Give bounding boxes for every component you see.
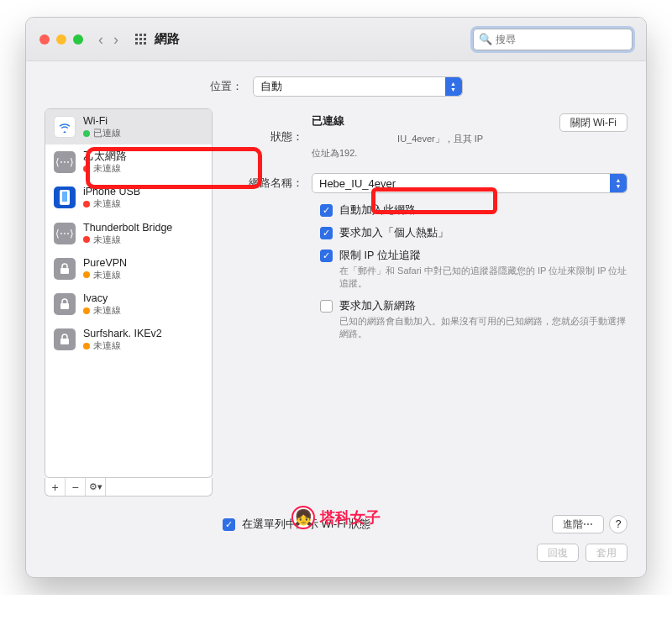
forward-button[interactable]: › <box>113 32 118 47</box>
wifi-icon <box>54 116 76 138</box>
location-value: 自動 <box>260 79 282 94</box>
remove-service-button[interactable]: − <box>66 478 86 496</box>
ask-new-desc: 已知的網路會自動加入。如果沒有可用的已知網路，您就必須手動選擇網路。 <box>339 315 627 341</box>
network-name-value: Hebe_IU_4ever <box>319 177 396 190</box>
iphone-icon <box>54 187 76 208</box>
svg-rect-2 <box>60 339 69 344</box>
ask-new-checkbox[interactable] <box>320 300 333 313</box>
service-status: 未連線 <box>93 234 121 245</box>
ip-address-text: 位址為192. <box>312 148 357 158</box>
back-button[interactable]: ‹ <box>98 32 103 47</box>
service-name: PureVPN <box>83 257 127 270</box>
revert-button[interactable]: 回復 <box>537 544 579 562</box>
lock-icon <box>54 258 76 280</box>
network-name-select[interactable]: Hebe_IU_4ever ▲▼ <box>312 173 627 193</box>
help-button[interactable]: ? <box>609 515 627 533</box>
status-dot-icon <box>83 343 90 349</box>
sidebar: Wi-Fi 已連線 ⟨⋯⟩ 乙太網路 未連線 iPhone USB 未連線 <box>45 108 213 497</box>
show-all-icon[interactable] <box>135 34 146 45</box>
list-footer: + − ⚙︎▾ <box>45 478 213 497</box>
service-name: Wi-Fi <box>83 115 121 128</box>
lock-icon <box>54 328 76 350</box>
autojoin-label: 自動加入此網路 <box>339 203 627 218</box>
svg-rect-0 <box>60 268 69 274</box>
service-status: 未連線 <box>93 305 121 316</box>
location-label: 位置： <box>210 79 243 94</box>
ask-hotspot-checkbox[interactable]: ✓ <box>320 227 333 239</box>
window-controls <box>39 34 83 45</box>
service-status: 未連線 <box>93 163 121 174</box>
zoom-window-button[interactable] <box>73 34 83 45</box>
minimize-window-button[interactable] <box>56 34 66 45</box>
status-dot-icon <box>83 271 90 278</box>
status-label: 狀態： <box>228 129 312 144</box>
autojoin-checkbox[interactable]: ✓ <box>320 204 333 217</box>
status-desc: Wi-Fi已連接「Hebe_IU_4ever」，且其 IP 位址為192. <box>312 132 559 160</box>
watermark-text: 塔科女子 <box>320 507 381 528</box>
sidebar-item-iphone-usb[interactable]: iPhone USB 未連線 <box>45 180 212 215</box>
add-service-button[interactable]: + <box>45 478 66 496</box>
service-name: Surfshark. IKEv2 <box>83 328 162 340</box>
titlebar: ‹ › 網路 🔍 <box>26 18 646 61</box>
limit-ip-label: 限制 IP 位址追蹤 <box>339 249 627 263</box>
status-dot-icon <box>83 201 90 208</box>
advanced-button[interactable]: 進階⋯ <box>552 515 604 533</box>
svg-rect-1 <box>60 303 69 309</box>
apply-row: 回復 套用 <box>26 539 646 577</box>
status-dot-icon <box>83 236 90 243</box>
search-field[interactable]: 🔍 <box>473 29 633 50</box>
search-input[interactable] <box>496 34 627 45</box>
lock-icon <box>54 293 76 315</box>
service-name: Ivacy <box>83 292 121 305</box>
status-dot-icon <box>83 130 90 137</box>
watermark: 👧 塔科女子 <box>291 506 381 529</box>
location-row: 位置： 自動 ▲▼ <box>26 61 646 108</box>
location-select[interactable]: 自動 ▲▼ <box>253 76 463 97</box>
sidebar-item-ivacy[interactable]: Ivacy 未連線 <box>45 286 212 322</box>
service-list: Wi-Fi 已連線 ⟨⋯⟩ 乙太網路 未連線 iPhone USB 未連線 <box>45 108 213 478</box>
show-in-menubar-checkbox[interactable]: ✓ <box>223 518 235 531</box>
select-arrows-icon: ▲▼ <box>610 174 627 192</box>
sidebar-item-wifi[interactable]: Wi-Fi 已連線 <box>45 109 212 144</box>
search-icon: 🔍 <box>479 33 492 45</box>
status-dot-icon <box>83 166 90 172</box>
action-menu-button[interactable]: ⚙︎▾ <box>86 478 106 496</box>
sidebar-item-purevpn[interactable]: PureVPN 未連線 <box>45 251 212 286</box>
service-name: Thunderbolt Bridge <box>83 222 172 234</box>
ethernet-icon: ⟨⋯⟩ <box>54 151 76 173</box>
sidebar-item-ethernet[interactable]: ⟨⋯⟩ 乙太網路 未連線 <box>45 144 212 180</box>
nav-buttons: ‹ › <box>98 32 118 47</box>
sidebar-item-surfshark[interactable]: Surfshark. IKEv2 未連線 <box>45 322 212 357</box>
apply-button[interactable]: 套用 <box>585 544 627 562</box>
service-name: 乙太網路 <box>83 150 127 163</box>
service-status: 未連線 <box>93 340 121 351</box>
limit-ip-checkbox[interactable]: ✓ <box>320 250 333 262</box>
ask-new-label: 要求加入新網路 <box>339 299 627 313</box>
limit-ip-desc: 在「郵件」和 Safari 中對已知的追蹤器隱藏您的 IP 位址來限制 IP 位… <box>339 265 627 291</box>
close-window-button[interactable] <box>39 34 50 45</box>
service-status: 已連線 <box>93 128 121 139</box>
service-name: iPhone USB <box>83 186 140 198</box>
service-status: 未連線 <box>93 270 121 281</box>
network-name-label: 網路名稱： <box>228 176 312 191</box>
detail-panel: 狀態： 已連線 Wi-Fi已連接「Hebe_IU_4ever」，且其 IP 位址… <box>228 108 627 497</box>
window-title: 網路 <box>155 31 473 47</box>
thunderbolt-icon: ⟨⋯⟩ <box>54 223 76 244</box>
status-dot-icon <box>83 307 90 314</box>
turn-off-wifi-button[interactable]: 關閉 Wi-Fi <box>559 113 627 132</box>
network-prefs-window: ‹ › 網路 🔍 位置： 自動 ▲▼ Wi-Fi <box>25 17 647 578</box>
watermark-avatar-icon: 👧 <box>291 506 315 529</box>
status-value: 已連線 <box>312 114 344 127</box>
ask-hotspot-label: 要求加入「個人熱點」 <box>339 226 627 240</box>
select-arrows-icon: ▲▼ <box>445 77 462 96</box>
service-status: 未連線 <box>93 198 121 209</box>
sidebar-item-thunderbolt[interactable]: ⟨⋯⟩ Thunderbolt Bridge 未連線 <box>45 216 212 251</box>
